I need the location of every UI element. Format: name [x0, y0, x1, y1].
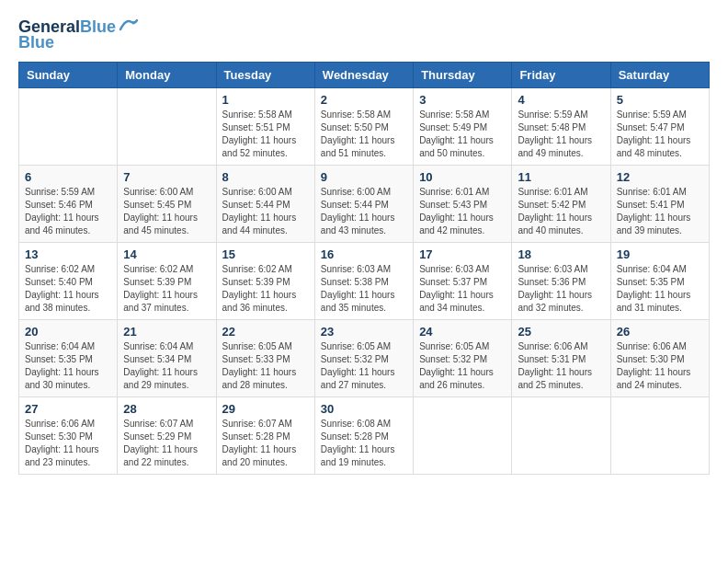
day-number: 25 — [518, 325, 604, 339]
calendar-cell: 4Sunrise: 5:59 AM Sunset: 5:48 PM Daylig… — [512, 87, 610, 165]
calendar-cell: 19Sunrise: 6:04 AM Sunset: 5:35 PM Dayli… — [610, 242, 709, 319]
logo: GeneralBlue Blue — [18, 18, 139, 52]
calendar-cell: 3Sunrise: 5:58 AM Sunset: 5:49 PM Daylig… — [414, 87, 512, 165]
calendar-cell: 30Sunrise: 6:08 AM Sunset: 5:28 PM Dayli… — [314, 396, 413, 474]
calendar-cell: 8Sunrise: 6:00 AM Sunset: 5:44 PM Daylig… — [216, 165, 314, 242]
calendar-cell: 29Sunrise: 6:07 AM Sunset: 5:28 PM Dayli… — [216, 396, 314, 474]
calendar-cell: 21Sunrise: 6:04 AM Sunset: 5:34 PM Dayli… — [118, 319, 216, 396]
calendar-cell: 23Sunrise: 6:05 AM Sunset: 5:32 PM Dayli… — [314, 319, 413, 396]
calendar-cell: 16Sunrise: 6:03 AM Sunset: 5:38 PM Dayli… — [314, 242, 413, 319]
calendar-cell: 25Sunrise: 6:06 AM Sunset: 5:31 PM Dayli… — [512, 319, 610, 396]
day-info: Sunrise: 6:03 AM Sunset: 5:37 PM Dayligh… — [419, 263, 506, 315]
day-number: 21 — [123, 325, 210, 339]
day-number: 4 — [518, 93, 604, 107]
day-info: Sunrise: 6:02 AM Sunset: 5:39 PM Dayligh… — [123, 263, 210, 315]
calendar-cell — [19, 87, 118, 165]
day-header-friday: Friday — [512, 62, 610, 87]
calendar-cell: 20Sunrise: 6:04 AM Sunset: 5:35 PM Dayli… — [19, 319, 118, 396]
day-header-sunday: Sunday — [19, 62, 118, 87]
day-number: 27 — [25, 402, 111, 416]
day-number: 17 — [419, 247, 506, 261]
day-number: 5 — [617, 93, 703, 107]
calendar-cell — [610, 396, 709, 474]
day-number: 12 — [617, 170, 703, 184]
day-number: 7 — [123, 170, 210, 184]
day-info: Sunrise: 6:04 AM Sunset: 5:35 PM Dayligh… — [25, 340, 111, 392]
calendar-table: SundayMondayTuesdayWednesdayThursdayFrid… — [18, 62, 710, 475]
calendar-week-row: 13Sunrise: 6:02 AM Sunset: 5:40 PM Dayli… — [19, 242, 710, 319]
day-info: Sunrise: 5:59 AM Sunset: 5:48 PM Dayligh… — [518, 109, 604, 160]
calendar-cell: 12Sunrise: 6:01 AM Sunset: 5:41 PM Dayli… — [610, 165, 709, 242]
calendar-cell: 26Sunrise: 6:06 AM Sunset: 5:30 PM Dayli… — [610, 319, 709, 396]
day-number: 26 — [617, 325, 703, 339]
calendar-cell: 10Sunrise: 6:01 AM Sunset: 5:43 PM Dayli… — [414, 165, 512, 242]
day-info: Sunrise: 6:07 AM Sunset: 5:28 PM Dayligh… — [222, 418, 309, 469]
calendar-cell: 28Sunrise: 6:07 AM Sunset: 5:29 PM Dayli… — [118, 396, 216, 474]
page-header: GeneralBlue Blue — [18, 18, 710, 52]
calendar-cell: 24Sunrise: 6:05 AM Sunset: 5:32 PM Dayli… — [414, 319, 512, 396]
day-number: 8 — [222, 170, 309, 184]
calendar-cell: 2Sunrise: 5:58 AM Sunset: 5:50 PM Daylig… — [314, 87, 413, 165]
day-header-monday: Monday — [118, 62, 216, 87]
calendar-header-row: SundayMondayTuesdayWednesdayThursdayFrid… — [19, 62, 710, 87]
day-number: 15 — [222, 247, 309, 261]
day-number: 1 — [222, 93, 309, 107]
day-info: Sunrise: 6:06 AM Sunset: 5:31 PM Dayligh… — [518, 340, 604, 392]
calendar-week-row: 1Sunrise: 5:58 AM Sunset: 5:51 PM Daylig… — [19, 87, 710, 165]
calendar-cell: 14Sunrise: 6:02 AM Sunset: 5:39 PM Dayli… — [118, 242, 216, 319]
calendar-cell — [512, 396, 610, 474]
day-info: Sunrise: 6:06 AM Sunset: 5:30 PM Dayligh… — [25, 418, 111, 469]
day-number: 3 — [419, 93, 506, 107]
logo-blue: Blue — [18, 33, 54, 52]
day-number: 28 — [123, 402, 210, 416]
day-number: 23 — [321, 325, 407, 339]
calendar-cell: 11Sunrise: 6:01 AM Sunset: 5:42 PM Dayli… — [512, 165, 610, 242]
day-header-thursday: Thursday — [414, 62, 512, 87]
day-number: 30 — [321, 402, 407, 416]
day-info: Sunrise: 6:00 AM Sunset: 5:44 PM Dayligh… — [222, 186, 309, 237]
day-info: Sunrise: 6:06 AM Sunset: 5:30 PM Dayligh… — [617, 340, 703, 392]
day-info: Sunrise: 6:01 AM Sunset: 5:42 PM Dayligh… — [518, 186, 604, 237]
calendar-cell: 5Sunrise: 5:59 AM Sunset: 5:47 PM Daylig… — [610, 87, 709, 165]
day-info: Sunrise: 5:59 AM Sunset: 5:46 PM Dayligh… — [25, 186, 111, 237]
day-info: Sunrise: 6:02 AM Sunset: 5:39 PM Dayligh… — [222, 263, 309, 315]
day-number: 22 — [222, 325, 309, 339]
day-info: Sunrise: 6:00 AM Sunset: 5:45 PM Dayligh… — [123, 186, 210, 237]
calendar-cell: 18Sunrise: 6:03 AM Sunset: 5:36 PM Dayli… — [512, 242, 610, 319]
day-info: Sunrise: 6:04 AM Sunset: 5:35 PM Dayligh… — [617, 263, 703, 315]
day-number: 24 — [419, 325, 506, 339]
day-header-tuesday: Tuesday — [216, 62, 314, 87]
day-info: Sunrise: 6:03 AM Sunset: 5:38 PM Dayligh… — [321, 263, 407, 315]
day-number: 14 — [123, 247, 210, 261]
day-info: Sunrise: 6:01 AM Sunset: 5:41 PM Dayligh… — [617, 186, 703, 237]
day-number: 2 — [321, 93, 407, 107]
day-number: 20 — [25, 325, 111, 339]
day-info: Sunrise: 5:58 AM Sunset: 5:49 PM Dayligh… — [419, 109, 506, 160]
logo-bird-icon — [119, 17, 139, 31]
calendar-cell: 27Sunrise: 6:06 AM Sunset: 5:30 PM Dayli… — [19, 396, 118, 474]
day-number: 16 — [321, 247, 407, 261]
calendar-week-row: 27Sunrise: 6:06 AM Sunset: 5:30 PM Dayli… — [19, 396, 710, 474]
calendar-week-row: 6Sunrise: 5:59 AM Sunset: 5:46 PM Daylig… — [19, 165, 710, 242]
day-number: 19 — [617, 247, 703, 261]
day-info: Sunrise: 6:02 AM Sunset: 5:40 PM Dayligh… — [25, 263, 111, 315]
calendar-cell: 1Sunrise: 5:58 AM Sunset: 5:51 PM Daylig… — [216, 87, 314, 165]
day-info: Sunrise: 6:07 AM Sunset: 5:29 PM Dayligh… — [123, 418, 210, 469]
day-number: 29 — [222, 402, 309, 416]
day-header-saturday: Saturday — [610, 62, 709, 87]
day-number: 10 — [419, 170, 506, 184]
day-info: Sunrise: 6:05 AM Sunset: 5:32 PM Dayligh… — [321, 340, 407, 392]
day-number: 9 — [321, 170, 407, 184]
day-info: Sunrise: 6:01 AM Sunset: 5:43 PM Dayligh… — [419, 186, 506, 237]
day-number: 18 — [518, 247, 604, 261]
day-info: Sunrise: 6:04 AM Sunset: 5:34 PM Dayligh… — [123, 340, 210, 392]
day-info: Sunrise: 5:59 AM Sunset: 5:47 PM Dayligh… — [617, 109, 703, 160]
calendar-cell: 9Sunrise: 6:00 AM Sunset: 5:44 PM Daylig… — [314, 165, 413, 242]
day-info: Sunrise: 6:00 AM Sunset: 5:44 PM Dayligh… — [321, 186, 407, 237]
calendar-week-row: 20Sunrise: 6:04 AM Sunset: 5:35 PM Dayli… — [19, 319, 710, 396]
calendar-cell: 6Sunrise: 5:59 AM Sunset: 5:46 PM Daylig… — [19, 165, 118, 242]
calendar-cell: 7Sunrise: 6:00 AM Sunset: 5:45 PM Daylig… — [118, 165, 216, 242]
day-info: Sunrise: 5:58 AM Sunset: 5:51 PM Dayligh… — [222, 109, 309, 160]
calendar-cell: 13Sunrise: 6:02 AM Sunset: 5:40 PM Dayli… — [19, 242, 118, 319]
calendar-cell — [118, 87, 216, 165]
